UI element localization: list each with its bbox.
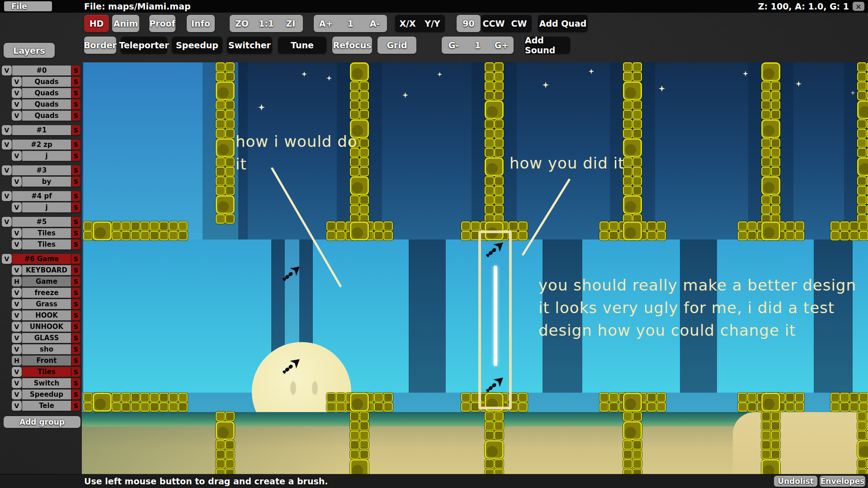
visibility-toggle[interactable]: V: [2, 125, 12, 135]
layer-row-tiles[interactable]: VTilesS: [12, 228, 80, 238]
layer-name-label[interactable]: Quads: [22, 77, 71, 87]
solo-button[interactable]: S: [71, 299, 80, 309]
layer-row-quads[interactable]: VQuadsS: [12, 111, 80, 121]
solo-button[interactable]: S: [71, 140, 80, 150]
layer-group-row-2-zp[interactable]: V#2 zpS: [2, 140, 80, 150]
layer-row-tiles[interactable]: VTilesS: [12, 239, 80, 249]
solo-button[interactable]: S: [71, 333, 80, 343]
layer-group-row-6-game[interactable]: V#6 GameS: [2, 254, 80, 264]
layer-row-switch[interactable]: VSwitchS: [12, 378, 80, 388]
solo-button[interactable]: S: [71, 322, 80, 332]
layer-group-row-0[interactable]: V#0S: [2, 66, 80, 75]
layer-row-keyboard[interactable]: VKEYBOARDS: [12, 265, 80, 275]
solo-button[interactable]: S: [71, 288, 80, 298]
visibility-toggle[interactable]: V: [2, 165, 12, 175]
layer-name-label[interactable]: j: [22, 151, 71, 161]
visibility-toggle[interactable]: V: [12, 265, 22, 275]
solo-button[interactable]: S: [71, 254, 80, 264]
visibility-toggle[interactable]: V: [12, 389, 22, 399]
visibility-toggle[interactable]: V: [2, 254, 12, 264]
layer-name-label[interactable]: Front: [22, 356, 71, 366]
toolbar-segment-a[interactable]: A-: [363, 15, 387, 32]
layer-name-label[interactable]: #2 zp: [12, 140, 71, 150]
visibility-hidden-toggle[interactable]: H: [12, 356, 22, 366]
layer-name-label[interactable]: UNHOOK: [22, 322, 71, 332]
layer-name-label[interactable]: #5: [12, 217, 71, 227]
visibility-toggle[interactable]: V: [12, 288, 22, 298]
layer-row-j[interactable]: VjS: [12, 202, 80, 212]
layer-row-hook[interactable]: VHOOKS: [12, 310, 80, 320]
layer-row-tele[interactable]: VTeleS: [12, 401, 80, 411]
visibility-toggle[interactable]: V: [2, 217, 12, 227]
layer-row-quads[interactable]: VQuadsS: [12, 88, 80, 98]
toolbar-button-proof[interactable]: Proof: [149, 15, 175, 32]
visibility-toggle[interactable]: V: [12, 299, 22, 309]
layer-name-label[interactable]: j: [22, 202, 71, 212]
layer-name-label[interactable]: by: [22, 177, 71, 187]
layer-name-label[interactable]: Speedup: [22, 389, 71, 399]
solo-button[interactable]: S: [71, 99, 80, 109]
visibility-toggle[interactable]: V: [12, 322, 22, 332]
solo-button[interactable]: S: [71, 88, 80, 98]
toolbar-button-speedup[interactable]: Speedup: [172, 37, 222, 54]
toolbar-segment-1-1[interactable]: 1:1: [254, 15, 278, 32]
toolbar-segment-zo[interactable]: ZO: [230, 15, 254, 32]
layer-row-tiles[interactable]: VTilesS: [12, 367, 80, 377]
solo-button[interactable]: S: [71, 191, 80, 201]
layer-group-row-1[interactable]: V#1S: [2, 125, 80, 135]
layer-name-label[interactable]: #6 Game: [12, 254, 71, 264]
toolbar-segment-cw[interactable]: CW: [506, 15, 532, 32]
layer-row-sho[interactable]: VshoS: [12, 344, 80, 354]
toolbar-segment-1[interactable]: 1: [466, 37, 490, 54]
solo-button[interactable]: S: [71, 151, 80, 161]
toolbar-segment-zi[interactable]: ZI: [278, 15, 303, 32]
layer-name-label[interactable]: Tiles: [22, 239, 71, 249]
layer-name-label[interactable]: #4 pf: [12, 191, 71, 201]
solo-button[interactable]: S: [71, 66, 80, 75]
toolbar-button-add-quad[interactable]: Add Quad: [538, 15, 588, 32]
toolbar-button-90[interactable]: 90: [457, 15, 481, 32]
layer-group-row-4-pf[interactable]: V#4 pfS: [2, 191, 80, 201]
visibility-toggle[interactable]: V: [12, 111, 22, 121]
solo-button[interactable]: S: [71, 165, 80, 175]
layer-row-glass[interactable]: VGLASSS: [12, 333, 80, 343]
layer-name-label[interactable]: Quads: [22, 99, 71, 109]
layer-name-label[interactable]: Game: [22, 277, 71, 286]
solo-button[interactable]: S: [71, 125, 80, 135]
toolbar-button-tune[interactable]: Tune: [278, 37, 326, 54]
toolbar-segment-1[interactable]: 1: [338, 15, 363, 32]
solo-button[interactable]: S: [71, 389, 80, 399]
toolbar-button-teleporter[interactable]: Teleporter: [121, 37, 167, 54]
layer-name-label[interactable]: #0: [12, 66, 71, 75]
solo-button[interactable]: S: [71, 239, 80, 249]
layer-row-front[interactable]: HFrontS: [12, 356, 80, 366]
visibility-toggle[interactable]: V: [12, 77, 22, 87]
solo-button[interactable]: S: [71, 77, 80, 87]
layer-row-speedup[interactable]: VSpeedupS: [12, 389, 80, 399]
layer-row-j[interactable]: VjS: [12, 151, 80, 161]
solo-button[interactable]: S: [71, 367, 80, 377]
layer-row-freeze[interactable]: VfreezeS: [12, 288, 80, 298]
layer-name-label[interactable]: sho: [22, 344, 71, 354]
envelopes-button[interactable]: Envelopes: [820, 476, 865, 487]
toolbar-button-hd[interactable]: HD: [84, 15, 109, 32]
visibility-toggle[interactable]: V: [12, 151, 22, 161]
visibility-toggle[interactable]: V: [12, 344, 22, 354]
undolist-button[interactable]: Undolist: [774, 476, 817, 487]
visibility-toggle[interactable]: V: [12, 367, 22, 377]
layer-name-label[interactable]: freeze: [22, 288, 71, 298]
toolbar-button-refocus[interactable]: Refocus: [332, 37, 372, 54]
layer-row-unhook[interactable]: VUNHOOKS: [12, 322, 80, 332]
toolbar-segment-y-y[interactable]: Y/Y: [420, 15, 445, 32]
layer-name-label[interactable]: HOOK: [22, 310, 71, 320]
toolbar-segment-a[interactable]: A+: [314, 15, 338, 32]
layer-group-row-5[interactable]: V#5S: [2, 217, 80, 227]
layer-name-label[interactable]: Tele: [22, 401, 71, 411]
visibility-toggle[interactable]: V: [12, 88, 22, 98]
layer-row-quads[interactable]: VQuadsS: [12, 77, 80, 87]
visibility-toggle[interactable]: V: [12, 99, 22, 109]
toolbar-button-info[interactable]: Info: [187, 15, 215, 32]
layer-name-label[interactable]: KEYBOARD: [22, 265, 71, 275]
visibility-toggle[interactable]: V: [12, 228, 22, 238]
toolbar-segment-g[interactable]: G-: [442, 37, 466, 54]
